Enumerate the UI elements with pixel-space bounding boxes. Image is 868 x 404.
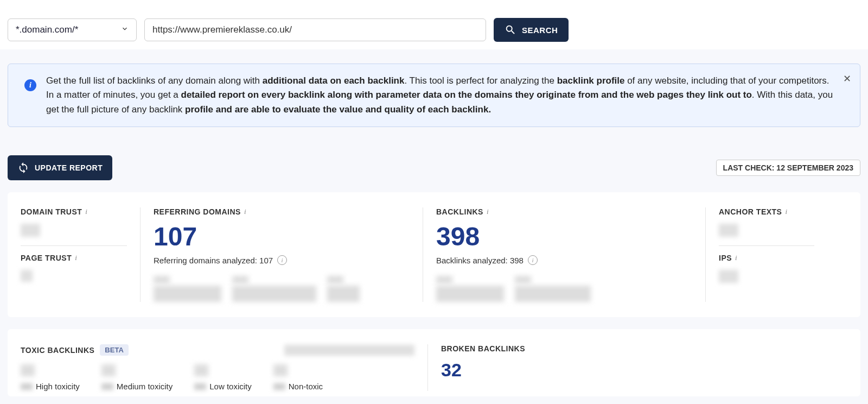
backlinks-label: BACKLINKS bbox=[436, 207, 483, 216]
referring-domains-value: 107 bbox=[154, 224, 410, 250]
info-icon[interactable]: i bbox=[487, 207, 489, 216]
scope-dropdown[interactable]: *.domain.com/* bbox=[8, 18, 137, 41]
info-icon[interactable]: i bbox=[277, 255, 287, 265]
info-banner: i Get the full list of backlinks of any … bbox=[8, 64, 860, 127]
page-trust-value-blurred bbox=[21, 270, 33, 282]
anchor-texts-value-blurred bbox=[719, 224, 738, 237]
backlinks-subtext: Backlinks analyzed: 398 bbox=[436, 256, 524, 265]
ips-value-blurred bbox=[719, 270, 738, 283]
low-toxicity-value-blurred bbox=[194, 364, 208, 376]
broken-backlinks-value: 32 bbox=[441, 361, 847, 379]
scope-value: *.domain.com/* bbox=[16, 24, 78, 35]
info-icon[interactable]: i bbox=[528, 255, 538, 265]
toxic-summary-blurred bbox=[284, 345, 414, 356]
metrics-card: DOMAIN TRUSTi PAGE TRUSTi REFERRING DOMA… bbox=[8, 192, 860, 317]
last-check-badge: LAST CHECK: 12 SEPTEMBER 2023 bbox=[716, 160, 860, 176]
high-toxicity-value-blurred bbox=[21, 364, 35, 376]
banner-text: Get the full list of backlinks of any do… bbox=[46, 74, 834, 117]
info-icon[interactable]: i bbox=[85, 207, 87, 216]
info-icon[interactable]: i bbox=[735, 254, 737, 262]
low-toxicity-label: Low toxicity bbox=[209, 382, 252, 391]
search-button-label: SEARCH bbox=[522, 26, 558, 35]
info-icon[interactable]: i bbox=[785, 207, 787, 216]
non-toxic-label: Non-toxic bbox=[289, 382, 323, 391]
page-trust-label: PAGE TRUST bbox=[21, 254, 72, 262]
beta-badge: BETA bbox=[100, 344, 128, 356]
backlinks-value: 398 bbox=[436, 224, 692, 250]
refresh-icon bbox=[17, 162, 29, 174]
search-icon bbox=[505, 24, 516, 36]
toxic-broken-card: TOXIC BACKLINKS BETA High toxicity Mediu… bbox=[8, 329, 860, 396]
anchor-texts-label: ANCHOR TEXTS bbox=[719, 207, 782, 216]
domain-trust-label: DOMAIN TRUST bbox=[21, 207, 82, 216]
close-icon[interactable]: ✕ bbox=[843, 73, 851, 85]
info-icon: i bbox=[24, 79, 36, 91]
medium-toxicity-label: Medium toxicity bbox=[117, 382, 173, 391]
domain-trust-value-blurred bbox=[21, 224, 40, 237]
update-button-label: UPDATE REPORT bbox=[35, 163, 103, 172]
broken-backlinks-label: BROKEN BACKLINKS bbox=[441, 344, 525, 353]
info-icon[interactable]: i bbox=[75, 254, 77, 262]
update-report-button[interactable]: UPDATE REPORT bbox=[8, 155, 112, 180]
referring-domains-subtext: Referring domains analyzed: 107 bbox=[154, 256, 273, 265]
medium-toxicity-value-blurred bbox=[101, 364, 116, 376]
search-button[interactable]: SEARCH bbox=[494, 18, 569, 42]
info-icon[interactable]: i bbox=[244, 207, 246, 216]
high-toxicity-label: High toxicity bbox=[36, 382, 80, 391]
chevron-down-icon bbox=[121, 24, 129, 35]
referring-domains-label: REFERRING DOMAINS bbox=[154, 207, 241, 216]
ips-label: IPS bbox=[719, 254, 732, 262]
url-input[interactable] bbox=[144, 18, 486, 41]
non-toxic-value-blurred bbox=[273, 364, 288, 376]
toxic-backlinks-label: TOXIC BACKLINKS bbox=[21, 346, 94, 355]
